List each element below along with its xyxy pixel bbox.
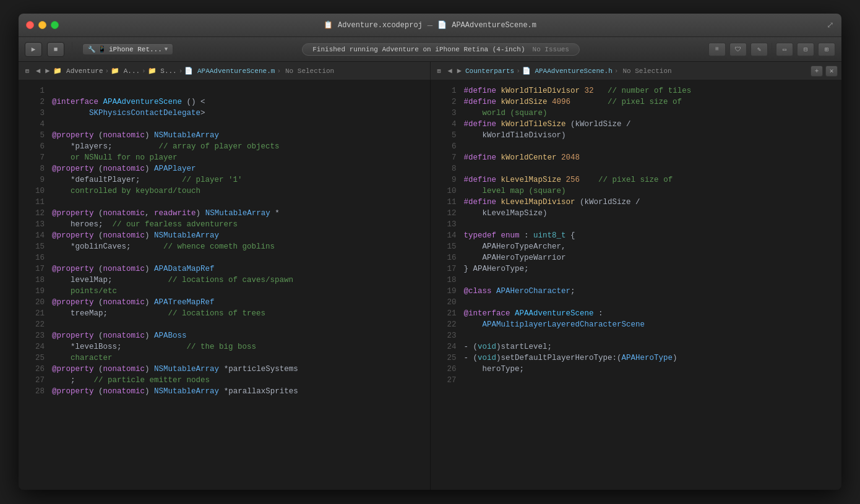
code-line: 4	[19, 119, 430, 130]
code-line: 4#define kWorldTileSize (kWorldSize /	[431, 119, 842, 130]
left-code-scroll[interactable]: 1 2@interface APAAdventureScene () < 3 S…	[19, 80, 430, 490]
nav-grid-icon-right[interactable]: ⊞	[434, 66, 444, 76]
crumb-file[interactable]: 📄 APAAdventureScene.m	[184, 67, 275, 75]
no-issues-badge: No Issues	[533, 46, 569, 53]
nav-forward-left[interactable]: ▶	[44, 66, 51, 75]
code-line: 23	[431, 330, 842, 341]
minimize-button[interactable]	[38, 21, 46, 29]
right-code-scroll[interactable]: 1#define kWorldTileDivisor 32 // number …	[431, 80, 842, 490]
layout-1[interactable]: ▭	[776, 43, 793, 56]
title-separator: —	[428, 20, 432, 30]
navigator-toggle[interactable]: ≡	[708, 43, 726, 56]
code-line: 6	[431, 141, 842, 152]
code-line: 26@property (nonatomic) NSMutableArray *…	[19, 364, 430, 375]
scheme-badge[interactable]: 🔧 📱 iPhone Ret... ▼	[82, 43, 173, 55]
code-line: 24- (void)startLevel;	[431, 341, 842, 352]
code-line: 20	[431, 297, 842, 308]
code-line: 20@property (nonatomic) APATreeMapRef	[19, 297, 430, 308]
traffic-lights	[26, 21, 59, 29]
code-line: 21 treeMap; // locations of trees	[19, 308, 430, 319]
code-line: 17@property (nonatomic) APADataMapRef	[19, 263, 430, 275]
toolbar-divider-1	[72, 42, 72, 57]
pane-controls: + ✕	[811, 66, 838, 77]
code-line: 27 ; // particle emitter nodes	[19, 375, 430, 386]
project-name: Adventure.xcodeproj	[338, 21, 423, 30]
run-icon: ▶	[32, 45, 36, 53]
code-line: 3 world (square)	[431, 108, 842, 119]
nav-grid-icon-left[interactable]: ⊞	[22, 66, 32, 76]
stop-icon: ■	[54, 46, 58, 53]
crumb-s[interactable]: 📁 S...	[148, 67, 177, 75]
crumb-adventure[interactable]: 📁 Adventure	[53, 67, 103, 75]
code-line: 7 or NSNull for no player	[19, 152, 430, 163]
code-line: 1	[19, 85, 430, 96]
code-line: 25 character	[19, 352, 430, 364]
code-line: 19@class APAHeroCharacter;	[431, 286, 842, 297]
code-line: 21@interface APAAdventureScene :	[431, 308, 842, 319]
layout-2[interactable]: ⊟	[797, 43, 814, 56]
code-line: 18	[431, 275, 842, 286]
code-line: 13 heroes; // our fearless adventurers	[19, 219, 430, 230]
content-area: 1 2@interface APAAdventureScene () < 3 S…	[19, 80, 841, 490]
titlebar: 📋 Adventure.xcodeproj — 📄 APAAdventureSc…	[19, 14, 841, 37]
code-line: 11#define kLevelMapDivisor (kWorldSize /	[431, 197, 842, 208]
scheme-text: iPhone Ret...	[109, 46, 162, 53]
code-line: 14typedef enum : uint8_t {	[431, 230, 842, 241]
maximize-button[interactable]	[51, 21, 59, 29]
code-line: 15 APAHeroTypeArcher,	[431, 241, 842, 252]
code-line: 25- (void)setDefaultPlayerHeroType:(APAH…	[431, 352, 842, 364]
stop-button[interactable]: ■	[47, 42, 64, 57]
code-line: 15 *goblinCaves; // whence cometh goblin…	[19, 241, 430, 252]
code-line: 16	[19, 252, 430, 263]
code-line: 14@property (nonatomic) NSMutableArray	[19, 230, 430, 241]
nav-selection-left: No Selection	[285, 67, 334, 75]
right-code-pane: 1#define kWorldTileDivisor 32 // number …	[430, 80, 842, 490]
nav-forward-right[interactable]: ▶	[456, 66, 463, 75]
code-line: 16 APAHeroTypeWarrior	[431, 252, 842, 263]
code-line: 2@interface APAAdventureScene () <	[19, 96, 430, 108]
close-pane-btn[interactable]: ✕	[825, 66, 838, 77]
fullscreen-button[interactable]: ⤢	[827, 20, 834, 30]
code-line: 11	[19, 197, 430, 208]
scheme-chevron: ▼	[165, 46, 168, 53]
code-line: 18 levelMap; // locations of caves/spawn	[19, 275, 430, 286]
code-line: 26 heroType;	[431, 364, 842, 375]
titlebar-title: 📋 Adventure.xcodeproj — 📄 APAAdventureSc…	[324, 20, 536, 30]
toolbar: ▶ ■ 🔧 📱 iPhone Ret... ▼ Finished running…	[19, 37, 841, 62]
code-line: 7#define kWorldCenter 2048	[431, 152, 842, 163]
code-line: 13	[431, 219, 842, 230]
code-line: 8	[431, 163, 842, 174]
view-controls: ≡ 🛡 ✎ ▭ ⊟ ⊞	[708, 43, 835, 56]
breadcrumb-left: 📁 Adventure › 📁 A... › 📁 S... › 📄 APAAdv…	[53, 67, 334, 75]
nav-bar: ⊞ ◀ ▶ 📁 Adventure › 📁 A... › 📁 S... › 📄 …	[19, 62, 841, 80]
code-line: 5 kWorldTileDivisor)	[431, 130, 842, 141]
code-line: 10 controlled by keyboard/touch	[19, 186, 430, 197]
crumb-counterparts[interactable]: Counterparts	[465, 67, 514, 75]
layout-3[interactable]: ⊞	[818, 43, 835, 56]
code-line: 9 *defaultPlayer; // player '1'	[19, 174, 430, 186]
scheme-selector[interactable]: 🔧 📱 iPhone Ret... ▼	[82, 43, 173, 55]
debug-toggle[interactable]: 🛡	[729, 43, 747, 56]
view-divider	[772, 43, 772, 55]
code-line: 5@property (nonatomic) NSMutableArray	[19, 130, 430, 141]
code-line: 10 level map (square)	[431, 186, 842, 197]
nav-right: ⊞ ◀ ▶ Counterparts › 📄 APAAdventureScene…	[431, 62, 842, 80]
code-line: 9#define kLevelMapSize 256 // pixel size…	[431, 174, 842, 186]
code-line: 24 *levelBoss; // the big boss	[19, 341, 430, 352]
close-button[interactable]	[26, 21, 34, 29]
code-line: 6 *players; // array of player objects	[19, 141, 430, 152]
status-text: Finished running Adventure on iPhone Ret…	[312, 46, 525, 53]
crumb-header[interactable]: 📄 APAAdventureScene.h	[522, 67, 613, 75]
code-line: 12@property (nonatomic, readwrite) NSMut…	[19, 208, 430, 219]
nav-back-left[interactable]: ◀	[35, 66, 41, 75]
add-pane-btn[interactable]: +	[811, 66, 823, 77]
code-line: 28@property (nonatomic) NSMutableArray *…	[19, 386, 430, 397]
nav-back-right[interactable]: ◀	[447, 66, 454, 75]
code-line: 3 SKPhysicsContactDelegate>	[19, 108, 430, 119]
crumb-a[interactable]: 📁 A...	[111, 67, 140, 75]
assistant-toggle[interactable]: ✎	[750, 43, 768, 56]
run-button[interactable]: ▶	[25, 42, 42, 57]
nav-selection-right: No Selection	[622, 67, 671, 75]
code-line: 27	[431, 375, 842, 386]
breadcrumb-right: Counterparts › 📄 APAAdventureScene.h › N…	[465, 67, 672, 75]
